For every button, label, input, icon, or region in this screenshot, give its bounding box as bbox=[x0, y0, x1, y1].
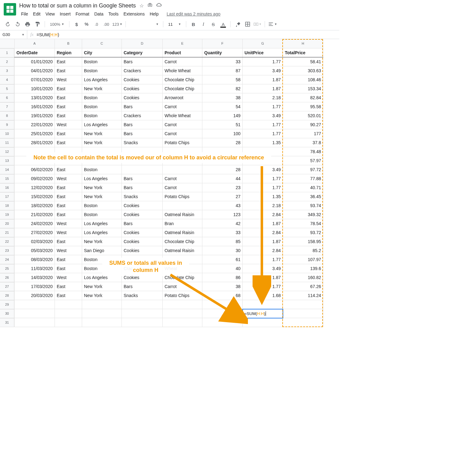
cell[interactable]: 3.49 bbox=[243, 264, 283, 273]
col-header[interactable]: G bbox=[243, 39, 283, 48]
row-header[interactable]: 8 bbox=[0, 111, 14, 120]
cell[interactable] bbox=[122, 165, 163, 174]
cell[interactable]: 25/01/2020 bbox=[15, 129, 55, 138]
cell[interactable] bbox=[163, 255, 202, 264]
cell[interactable]: Oatmeal Raisin bbox=[163, 210, 202, 219]
cell[interactable] bbox=[55, 309, 82, 318]
cell[interactable] bbox=[163, 318, 202, 327]
paint-format-icon[interactable] bbox=[33, 20, 42, 28]
cell[interactable]: 04/01/2020 bbox=[15, 66, 55, 75]
align-icon[interactable]: ▼ bbox=[268, 20, 277, 28]
strikethrough-icon[interactable]: S bbox=[209, 20, 217, 28]
row-header[interactable]: 16 bbox=[0, 183, 14, 192]
cell[interactable]: Los Angeles bbox=[82, 219, 122, 228]
menu-extensions[interactable]: Extensions bbox=[121, 10, 146, 18]
cell[interactable]: Oatmeal Raisin bbox=[163, 246, 202, 255]
cell[interactable]: East bbox=[55, 102, 82, 111]
cell[interactable]: East bbox=[55, 183, 82, 192]
cell[interactable]: Bars bbox=[122, 120, 163, 129]
cell[interactable]: Crac bbox=[122, 264, 163, 273]
header-cell[interactable]: Region bbox=[55, 48, 82, 57]
col-header[interactable]: H bbox=[283, 39, 323, 48]
col-header[interactable]: A bbox=[15, 39, 55, 48]
cell[interactable]: Los Angeles bbox=[82, 120, 122, 129]
cell[interactable]: 30 bbox=[202, 246, 243, 255]
cell[interactable]: 15/02/2020 bbox=[15, 192, 55, 201]
row-header[interactable]: 27 bbox=[0, 282, 14, 291]
cell[interactable]: West bbox=[55, 228, 82, 237]
cell[interactable]: 07/01/2020 bbox=[15, 75, 55, 84]
cell[interactable]: Bars bbox=[122, 57, 163, 66]
cell[interactable]: Carrot bbox=[163, 282, 202, 291]
cell[interactable]: East bbox=[55, 192, 82, 201]
merge-cells-icon[interactable]: ▼ bbox=[253, 20, 262, 28]
cell[interactable]: 153.34 bbox=[283, 84, 323, 93]
bold-icon[interactable]: B bbox=[189, 20, 197, 28]
cell[interactable] bbox=[202, 300, 243, 309]
undo-icon[interactable] bbox=[4, 20, 12, 28]
cell[interactable]: West bbox=[55, 219, 82, 228]
row-header[interactable]: 2 bbox=[0, 57, 14, 66]
cell[interactable]: East bbox=[55, 210, 82, 219]
cell[interactable]: Carrot bbox=[163, 129, 202, 138]
cell[interactable] bbox=[243, 156, 283, 165]
spreadsheet-grid[interactable]: A B C D E F G H 1 OrderDate Region City … bbox=[0, 39, 339, 327]
row-header[interactable]: 14 bbox=[0, 165, 14, 174]
col-header[interactable]: B bbox=[55, 39, 82, 48]
cell[interactable] bbox=[163, 165, 202, 174]
cell[interactable]: 40 bbox=[202, 264, 243, 273]
percent-icon[interactable]: % bbox=[82, 20, 90, 28]
cell[interactable]: 2.18 bbox=[243, 93, 283, 102]
cell[interactable]: 520.01 bbox=[283, 111, 323, 120]
cell[interactable]: Snacks bbox=[122, 291, 163, 300]
cell[interactable]: East bbox=[55, 93, 82, 102]
row-header[interactable]: 30 bbox=[0, 309, 14, 318]
star-icon[interactable]: ☆ bbox=[139, 3, 144, 9]
cell[interactable]: 90.27 bbox=[283, 120, 323, 129]
cell[interactable]: 40.71 bbox=[283, 183, 323, 192]
cell[interactable]: West bbox=[55, 174, 82, 183]
cell[interactable] bbox=[55, 300, 82, 309]
row-header[interactable]: 25 bbox=[0, 264, 14, 273]
move-icon[interactable] bbox=[148, 3, 152, 9]
cell[interactable]: Boston bbox=[82, 264, 122, 273]
decrease-decimal-icon[interactable]: .0 bbox=[92, 20, 100, 28]
cell[interactable] bbox=[163, 156, 202, 165]
cell[interactable]: 08/03/2020 bbox=[15, 255, 55, 264]
cell[interactable]: 114.24 bbox=[283, 291, 323, 300]
menu-format[interactable]: Format bbox=[74, 10, 91, 18]
cell[interactable]: 95.58 bbox=[283, 102, 323, 111]
cell[interactable]: East bbox=[55, 84, 82, 93]
cell[interactable]: 82.84 bbox=[283, 93, 323, 102]
cell[interactable] bbox=[202, 147, 243, 156]
cell[interactable]: 1.77 bbox=[243, 57, 283, 66]
cell[interactable]: New York bbox=[82, 138, 122, 147]
cell[interactable]: West bbox=[55, 246, 82, 255]
cell[interactable]: 37.8 bbox=[283, 138, 323, 147]
cell[interactable]: 160.82 bbox=[283, 273, 323, 282]
cell[interactable]: 93.74 bbox=[283, 201, 323, 210]
currency-icon[interactable]: $ bbox=[73, 20, 81, 28]
sheets-logo[interactable] bbox=[4, 3, 16, 16]
cell[interactable]: 54 bbox=[202, 102, 243, 111]
cell[interactable]: 57.97 bbox=[283, 156, 323, 165]
header-cell[interactable]: TotalPrice bbox=[283, 48, 323, 57]
cell[interactable]: 108.46 bbox=[283, 75, 323, 84]
cell[interactable]: 1.77 bbox=[243, 120, 283, 129]
cell[interactable]: Wheat bbox=[163, 264, 202, 273]
cell[interactable] bbox=[243, 147, 283, 156]
cell[interactable]: Cookies bbox=[122, 75, 163, 84]
cell[interactable]: Cookies bbox=[122, 273, 163, 282]
redo-icon[interactable] bbox=[14, 20, 22, 28]
cell[interactable]: 58.41 bbox=[283, 57, 323, 66]
menu-edit[interactable]: Edit bbox=[31, 10, 42, 18]
cell[interactable]: West bbox=[55, 120, 82, 129]
cell[interactable]: 23 bbox=[202, 183, 243, 192]
cell[interactable]: New York bbox=[82, 192, 122, 201]
cell[interactable]: East bbox=[55, 255, 82, 264]
row-header[interactable]: 28 bbox=[0, 291, 14, 300]
cell[interactable] bbox=[55, 147, 82, 156]
cell[interactable]: 13/01/2020 bbox=[15, 93, 55, 102]
last-edit-link[interactable]: Last edit was 2 minutes ago bbox=[165, 10, 223, 18]
cell[interactable]: Boston bbox=[82, 210, 122, 219]
